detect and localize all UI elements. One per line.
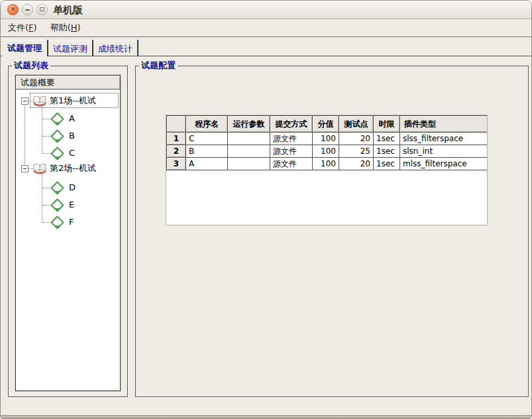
tree-node-B[interactable]: B (69, 131, 75, 141)
tab-separator (47, 40, 48, 56)
col-header-program[interactable]: 程序名 (186, 116, 228, 133)
minimize-button[interactable] (22, 4, 33, 15)
app-window: ✕ 单机版 文件(F) 帮助(H) 试题管理 试题评测 成绩统计 试题列表 试题… (0, 0, 532, 419)
tree-node-A[interactable]: A (69, 113, 75, 124)
tree-node-C[interactable]: C (69, 148, 75, 158)
tree-node-E[interactable]: E (69, 200, 74, 210)
groupbox-question-config: 试题配置 程序名 运行参数 提交方式 分值 测试点 时限 插件类型 (135, 66, 529, 397)
cell-args[interactable] (228, 145, 270, 158)
table-row: 3 A 源文件 100 20 1sec mlss_filterspace (167, 158, 488, 170)
tree-header[interactable]: 试题概要 (16, 76, 120, 90)
groupbox-question-config-title: 试题配置 (139, 60, 178, 71)
cell-score[interactable]: 100 (313, 133, 339, 145)
minimize-icon (25, 9, 30, 11)
cell-timelimit[interactable]: 1sec (374, 145, 400, 158)
note-icon (50, 181, 64, 198)
cell-plugin[interactable]: slsn_int (400, 145, 488, 158)
collapse-toggle-session2[interactable] (21, 165, 28, 172)
question-tree[interactable]: 试题概要 (15, 75, 121, 391)
col-header-score[interactable]: 分值 (313, 116, 339, 133)
cell-submit[interactable]: 源文件 (270, 145, 313, 158)
table-corner-cell (167, 116, 186, 133)
minus-icon (23, 168, 27, 169)
maximize-icon (40, 7, 44, 11)
cell-args[interactable] (228, 158, 270, 170)
col-header-args[interactable]: 运行参数 (228, 116, 270, 133)
tree-connector (42, 153, 50, 154)
tree-connector (42, 222, 50, 223)
cell-timelimit[interactable]: 1sec (374, 158, 400, 170)
tree-node-session1[interactable]: 第1场--机试 (50, 95, 96, 106)
row-header[interactable]: 1 (167, 133, 186, 145)
cell-program[interactable]: B (186, 145, 228, 158)
window-title: 单机版 (53, 4, 83, 17)
window-resize-edge[interactable] (1, 415, 531, 418)
tab-separator (137, 40, 138, 56)
col-header-testpts[interactable]: 测试点 (339, 116, 374, 133)
close-button[interactable]: ✕ (7, 4, 19, 15)
cell-submit[interactable]: 源文件 (270, 133, 313, 145)
cell-score[interactable]: 100 (313, 145, 339, 158)
col-header-timelimit[interactable]: 时限 (374, 116, 400, 133)
col-header-plugin[interactable]: 插件类型 (400, 116, 488, 133)
note-icon (50, 147, 64, 163)
cell-testpts[interactable]: 20 (339, 133, 374, 145)
tab-score-statistics[interactable]: 成绩统计 (93, 40, 137, 56)
config-table[interactable]: 程序名 运行参数 提交方式 分值 测试点 时限 插件类型 1 C 源文件 100… (166, 115, 488, 225)
note-icon (50, 198, 64, 215)
cell-plugin[interactable]: slss_filterspace (400, 133, 488, 145)
cell-testpts[interactable]: 25 (339, 145, 374, 158)
close-icon: ✕ (11, 6, 16, 13)
cell-testpts[interactable]: 20 (339, 158, 374, 170)
tree-node-F[interactable]: F (69, 217, 74, 227)
tab-separator (92, 40, 93, 56)
tree-connector (42, 205, 50, 206)
cell-program[interactable]: C (186, 133, 228, 145)
cell-submit[interactable]: 源文件 (270, 158, 313, 170)
tree-connector (42, 188, 50, 188)
cell-args[interactable] (228, 133, 270, 145)
menu-help[interactable]: 帮助(H) (47, 21, 84, 35)
collapse-toggle-session1[interactable] (21, 97, 28, 105)
config-grid: 程序名 运行参数 提交方式 分值 测试点 时限 插件类型 1 C 源文件 100… (166, 115, 488, 170)
row-header[interactable]: 3 (167, 158, 186, 170)
tree-node-D[interactable]: D (69, 182, 76, 193)
tab-pane-border (1, 56, 531, 56)
note-icon (50, 112, 64, 129)
menu-file[interactable]: 文件(F) (5, 21, 40, 35)
tree-connector (42, 172, 42, 222)
menubar: 文件(F) 帮助(H) (1, 19, 531, 37)
note-icon (50, 129, 64, 146)
cell-score[interactable]: 100 (313, 158, 339, 170)
table-row: 2 B 源文件 100 25 1sec slsn_int (167, 145, 488, 158)
groupbox-question-list: 试题列表 试题概要 (8, 66, 128, 397)
groupbox-question-list-title: 试题列表 (12, 60, 50, 71)
cell-plugin[interactable]: mlss_filterspace (400, 158, 488, 170)
cell-program[interactable]: A (186, 158, 228, 170)
tree-connector (42, 119, 50, 119)
book-icon (32, 94, 47, 110)
col-header-submit[interactable]: 提交方式 (270, 116, 313, 133)
tree-connector (42, 136, 50, 137)
tabbar: 试题管理 试题评测 成绩统计 (1, 37, 531, 56)
row-header[interactable]: 2 (167, 145, 186, 158)
tree-node-session2[interactable]: 第2场--机试 (50, 163, 96, 174)
tree-connector (25, 101, 25, 168)
note-icon (50, 215, 64, 232)
titlebar[interactable]: ✕ 单机版 (1, 1, 531, 19)
minus-icon (23, 101, 27, 101)
tree-connector (42, 105, 42, 153)
maximize-button[interactable] (36, 4, 48, 15)
tab-question-manage[interactable]: 试题管理 (2, 40, 47, 57)
cell-timelimit[interactable]: 1sec (374, 133, 400, 145)
book-icon (32, 162, 47, 178)
table-row: 1 C 源文件 100 20 1sec slss_filterspace (167, 133, 488, 145)
tab-question-evaluate[interactable]: 试题评测 (48, 40, 92, 56)
